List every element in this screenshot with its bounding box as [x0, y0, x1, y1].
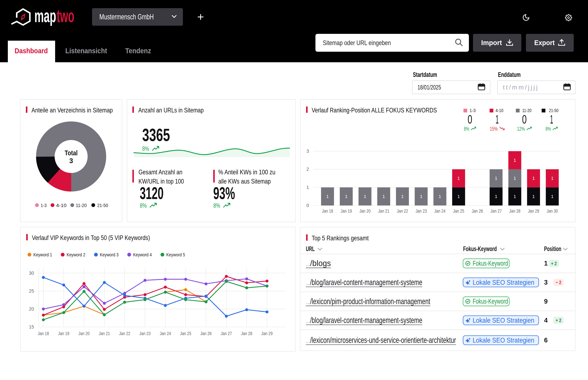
svg-text:two: two: [57, 6, 74, 26]
svg-text:8%: 8%: [142, 145, 149, 152]
svg-text:Jan 18: Jan 18: [322, 209, 333, 214]
svg-text:4-10: 4-10: [56, 203, 67, 208]
svg-text:9: 9: [544, 298, 548, 305]
svg-text:1: 1: [345, 194, 347, 199]
svg-text:Jan 21: Jan 21: [378, 209, 389, 214]
svg-text:1-3: 1-3: [470, 108, 475, 113]
svg-text:1: 1: [532, 176, 535, 181]
svg-text:Jan 25: Jan 25: [453, 209, 464, 214]
svg-text:Startdatum: Startdatum: [413, 71, 437, 78]
svg-text:Jan 28: Jan 28: [241, 331, 252, 336]
svg-text:Verlauf VIP Keywords in Top 50: Verlauf VIP Keywords in Top 50 (5 VIP Ke…: [32, 234, 150, 241]
svg-text:Jan 23: Jan 23: [139, 331, 151, 336]
svg-text:30: 30: [29, 271, 34, 276]
svg-text:Jan 19: Jan 19: [58, 331, 69, 336]
svg-text:3: 3: [69, 157, 73, 165]
svg-text:/blog/laravel-content-manageme: /blog/laravel-content-management-systeme: [310, 316, 422, 325]
svg-text:Keyword 5: Keyword 5: [166, 252, 185, 257]
svg-text:1: 1: [457, 176, 460, 181]
svg-text:/blogs: /blogs: [310, 259, 331, 268]
svg-text:1: 1: [496, 113, 499, 126]
svg-text:1: 1: [532, 194, 535, 199]
svg-text:1: 1: [495, 176, 497, 181]
svg-text:Dashboard: Dashboard: [15, 47, 48, 55]
svg-text:Lokale SEO Strategien: Lokale SEO Strategien: [473, 337, 534, 344]
svg-text:Fokus-Keyword: Fokus-Keyword: [473, 260, 508, 267]
svg-text:Lokale SEO Strategien: Lokale SEO Strategien: [473, 317, 534, 324]
svg-text:Jan 28: Jan 28: [509, 209, 520, 214]
svg-text:0: 0: [522, 113, 527, 126]
svg-text:Jan 20: Jan 20: [359, 209, 371, 214]
svg-text:/blog/laravel-content-manageme: /blog/laravel-content-management-systeme: [310, 278, 422, 287]
svg-text:Tendenz: Tendenz: [125, 47, 151, 55]
svg-text:18/01/2025: 18/01/2025: [417, 84, 441, 91]
svg-text:Jan 23: Jan 23: [416, 209, 427, 214]
svg-text:Jan 26: Jan 26: [200, 331, 212, 336]
svg-text:% Anteil KWs in 100 zu: % Anteil KWs in 100 zu: [218, 169, 275, 176]
svg-text:Jan 27: Jan 27: [491, 209, 502, 214]
svg-text:Jan 21: Jan 21: [99, 331, 110, 336]
svg-text:15%: 15%: [490, 126, 498, 132]
svg-text:...: ...: [306, 336, 310, 345]
svg-text:11-20: 11-20: [76, 203, 87, 208]
svg-text:Jan 25: Jan 25: [180, 331, 191, 336]
svg-text:...: ...: [306, 278, 310, 287]
svg-text:Keyword 1: Keyword 1: [33, 252, 52, 257]
svg-text:Jan 18: Jan 18: [38, 331, 49, 336]
svg-text:1: 1: [401, 194, 404, 199]
svg-text:1: 1: [551, 176, 553, 181]
svg-text:8%: 8%: [546, 126, 551, 132]
svg-text:20: 20: [29, 306, 34, 312]
svg-text:21-50: 21-50: [549, 108, 558, 113]
svg-text:1: 1: [550, 113, 553, 126]
svg-text:Total: Total: [65, 149, 78, 157]
svg-text:Jan 22: Jan 22: [119, 331, 130, 336]
svg-text:1-3: 1-3: [41, 203, 47, 208]
svg-text:0: 0: [468, 113, 472, 126]
svg-text:map: map: [34, 6, 56, 26]
svg-text:Jan 22: Jan 22: [397, 209, 408, 214]
svg-text:Anteile an Verzeichnis in Site: Anteile an Verzeichnis in Sitemap: [32, 107, 113, 114]
svg-text:12%: 12%: [517, 126, 525, 132]
svg-text:− 2: − 2: [555, 280, 561, 285]
svg-text:Jan 19: Jan 19: [341, 209, 352, 214]
svg-text:...: ...: [306, 297, 310, 306]
svg-text:1: 1: [439, 194, 441, 199]
svg-text:...: ...: [306, 316, 310, 325]
svg-text:6: 6: [544, 337, 548, 344]
svg-text:1: 1: [514, 194, 516, 199]
svg-text:21-50: 21-50: [97, 203, 108, 208]
svg-text:4: 4: [544, 317, 548, 324]
svg-text:1: 1: [326, 194, 329, 199]
svg-text:25: 25: [29, 288, 34, 294]
svg-text:3: 3: [544, 279, 548, 286]
svg-text:1: 1: [457, 194, 460, 199]
svg-text:Keyword 3: Keyword 3: [100, 252, 119, 257]
svg-text:1: 1: [514, 158, 516, 163]
svg-text:3: 3: [306, 149, 309, 154]
svg-text:+ 2: + 2: [555, 317, 561, 323]
svg-text:Sitemap oder URL eingeben: Sitemap oder URL eingeben: [323, 39, 391, 46]
svg-text:1: 1: [544, 260, 548, 267]
svg-text:Jan 26: Jan 26: [472, 209, 483, 214]
svg-text:1: 1: [382, 194, 385, 199]
svg-text:2: 2: [306, 167, 309, 172]
svg-text:Listenansicht: Listenansicht: [65, 47, 107, 55]
svg-text:URL: URL: [306, 245, 315, 252]
svg-text:/lexicon/microservices-und-ser: /lexicon/microservices-und-service-orien…: [310, 336, 456, 345]
svg-text:0: 0: [306, 203, 309, 208]
svg-text:1: 1: [495, 194, 497, 199]
svg-text:8%: 8%: [140, 202, 147, 209]
svg-text:Enddatum: Enddatum: [498, 71, 521, 78]
svg-text:Mustermensch GmbH: Mustermensch GmbH: [99, 13, 154, 21]
svg-text:Jan 29: Jan 29: [261, 331, 273, 336]
svg-text:Jan 27: Jan 27: [221, 331, 232, 336]
svg-text:8%: 8%: [464, 126, 469, 132]
svg-text:Jan 29: Jan 29: [528, 209, 539, 214]
svg-text:Fokus-Keyword: Fokus-Keyword: [473, 298, 508, 305]
svg-text:/lexicon/pim-product-informati: /lexicon/pim-product-information-managem…: [310, 297, 430, 306]
svg-text:Verlauf Ranking-Position ALLE: Verlauf Ranking-Position ALLE FOKUS KEYW…: [312, 107, 437, 114]
svg-text:3365: 3365: [142, 125, 170, 145]
svg-text:Jan 24: Jan 24: [160, 331, 171, 336]
svg-text:Jan 30: Jan 30: [547, 209, 558, 214]
